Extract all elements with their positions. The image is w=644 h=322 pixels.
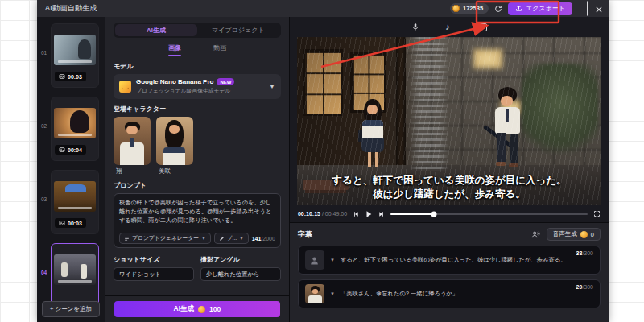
credits-value: 172535 <box>463 5 483 12</box>
caption-text[interactable]: すると、軒下で困っている美咲の姿が目に入った。彼は少し躊躇したが、歩み寄る。 <box>341 256 593 264</box>
export-label: エクスポート <box>526 4 565 13</box>
tab-ai-generate[interactable]: AI生成 <box>115 24 197 36</box>
scene-number: 03 <box>37 170 51 234</box>
captions-icon[interactable]: CC <box>476 23 487 31</box>
scenes-sidebar: 01 00:03 02 00:0 <box>37 17 105 322</box>
camera-angle-input[interactable]: 少し離れた位置から <box>200 267 281 281</box>
image-icon <box>59 73 65 80</box>
close-button[interactable] <box>596 2 602 16</box>
list-icon <box>124 236 130 242</box>
pen-icon <box>219 236 225 242</box>
chevron-down-icon[interactable]: ▼ <box>330 291 335 296</box>
subtitle-line-2: 彼は少し躊躇したが、歩み寄る。 <box>297 188 601 201</box>
next-frame-button[interactable] <box>378 211 385 217</box>
refresh-icon[interactable] <box>494 5 502 13</box>
shot-size-label: ショットサイズ <box>114 255 194 264</box>
generator-panel: AI生成 マイプロジェクト 画像 動画 モデル Google Nano Bana… <box>105 17 290 322</box>
prompt-textarea[interactable]: 校舎の軒下で@美咲が困った様子で立っているのを、少し離れた位置から@翔が見つめる… <box>119 198 275 230</box>
main-tabs: AI生成 マイプロジェクト <box>114 23 281 38</box>
caption-row-2[interactable]: ▼ 「美咲さん、傘忘れたの? 一緒に帰ろうか」 20/300 <box>298 279 601 308</box>
subtab-video[interactable]: 動画 <box>213 43 226 56</box>
character-card-misaki[interactable]: 美咲 <box>156 117 193 175</box>
captions-section: 字幕 音声生成 0 <box>290 222 609 322</box>
caption-text[interactable]: 「美咲さん、傘忘れたの? 一緒に帰ろうか」 <box>341 290 593 298</box>
shot-size-input[interactable]: ワイドショット <box>114 267 194 281</box>
desktop-background: AI動画自動生成 172535 エクスポート <box>0 0 644 322</box>
ai-generate-button[interactable]: AI生成 100 <box>114 301 280 317</box>
prompt-generator-button[interactable]: プロンプトジェネレーター ▼ <box>119 233 211 244</box>
chevron-down-icon[interactable]: ▼ <box>330 258 335 262</box>
tab-my-projects[interactable]: マイプロジェクト <box>197 24 279 36</box>
scene-number: 01 <box>37 23 51 88</box>
model-description: プロフェッショナル級画像生成モデル <box>136 87 264 95</box>
export-icon <box>515 5 522 12</box>
image-icon <box>59 220 65 226</box>
titlebar: AI動画自動生成 172535 エクスポート <box>37 0 609 17</box>
new-badge: NEW <box>217 78 234 85</box>
scene-number: 04 <box>37 243 51 308</box>
previous-frame-button[interactable] <box>353 211 359 217</box>
character-counter: 141/2000 <box>252 236 275 242</box>
prompt-label: プロンプト <box>114 181 281 190</box>
image-icon <box>59 147 65 153</box>
character-card-sho[interactable]: 翔 <box>114 117 151 175</box>
maximize-button[interactable] <box>587 2 588 16</box>
model-label: モデル <box>114 62 281 71</box>
characters-row: 翔 美咲 <box>114 117 281 175</box>
scene-entry-02: 02 00:04 <box>37 97 105 161</box>
prompt-box: 校舎の軒下で@美咲が困った様子で立っているのを、少し離れた位置から@翔が見つめる… <box>114 193 281 248</box>
caption-row-1[interactable]: ▼ すると、軒下で困っている美咲の姿が目に入った。彼は少し躊躇したが、歩み寄る。… <box>298 246 601 275</box>
video-subtitle: すると、軒下で困っている美咲の姿が目に入った。 彼は少し躊躇したが、歩み寄る。 <box>297 174 601 201</box>
chevron-down-icon: ▼ <box>201 236 205 241</box>
ai-generate-cost: 100 <box>209 305 221 313</box>
microphone-icon[interactable] <box>411 20 419 35</box>
music-icon[interactable]: ♪ <box>445 23 450 31</box>
app-title: AI動画自動生成 <box>45 3 97 14</box>
video-preview[interactable]: すると、軒下で困っている美咲の姿が目に入った。 彼は少し躊躇したが、歩み寄る。 <box>297 37 601 205</box>
model-info: Google Nano Banana Pro NEW プロフェッショナル級画像生… <box>136 78 264 95</box>
scene-duration-badge: 00:04 <box>55 145 86 155</box>
scene-thumbnail <box>54 108 96 138</box>
chevron-down-icon: ▼ <box>239 236 243 241</box>
person-icon <box>309 255 320 266</box>
character-name: 翔 <box>116 167 151 175</box>
scene-thumbnail <box>54 254 96 285</box>
camera-angle-label: 撮影アングル <box>200 255 281 264</box>
scene-card-04[interactable] <box>51 243 99 308</box>
credits-balance[interactable]: 172535 <box>450 3 489 14</box>
captions-header: 字幕 音声生成 0 <box>298 228 601 241</box>
seek-knob[interactable] <box>431 211 436 217</box>
voice-person-icon[interactable] <box>531 230 540 239</box>
scene-duration-badge: 00:03 <box>55 72 86 81</box>
preview-panel: ♪ CC <box>290 17 609 322</box>
fullscreen-icon[interactable] <box>593 210 601 217</box>
app-content: 01 00:03 02 00:0 <box>37 17 609 322</box>
scene-card-02[interactable]: 00:04 <box>51 97 99 161</box>
model-banana-icon <box>119 80 131 93</box>
voice-generate-button[interactable]: 音声生成 0 <box>547 228 601 241</box>
playback-bar: 00:10:15 / 00:49:00 <box>290 205 609 222</box>
coin-icon <box>452 5 460 12</box>
scene-number: 02 <box>37 97 51 161</box>
narrator-avatar <box>305 250 324 270</box>
prompt-tool-button[interactable]: ブ... ▼ <box>214 233 249 244</box>
model-name: Google Nano Banana Pro <box>136 78 213 85</box>
subtab-image[interactable]: 画像 <box>168 43 181 56</box>
export-button[interactable]: エクスポート <box>508 2 572 15</box>
caption-counter: 20/300 <box>576 284 593 290</box>
titlebar-right: 172535 エクスポート <box>450 2 602 16</box>
model-selector[interactable]: Google Nano Banana Pro NEW プロフェッショナル級画像生… <box>114 74 281 99</box>
seek-bar[interactable] <box>390 213 588 215</box>
scene-card-01[interactable]: 00:03 <box>51 23 99 88</box>
add-scene-button[interactable]: + シーンを追加 <box>42 301 100 317</box>
character-name: 美咲 <box>159 167 193 175</box>
characters-label: 登場キャラクター <box>114 105 281 114</box>
coin-icon <box>580 231 588 238</box>
subtitle-line-1: すると、軒下で困っている美咲の姿が目に入った。 <box>297 174 601 188</box>
window-controls <box>580 2 602 16</box>
scene-card-03[interactable]: 00:03 <box>51 170 99 234</box>
play-button[interactable] <box>365 210 373 218</box>
media-subtabs: 画像 動画 <box>114 43 281 56</box>
character-thumbnail <box>114 117 151 165</box>
scene-duration: 00:04 <box>68 147 82 153</box>
